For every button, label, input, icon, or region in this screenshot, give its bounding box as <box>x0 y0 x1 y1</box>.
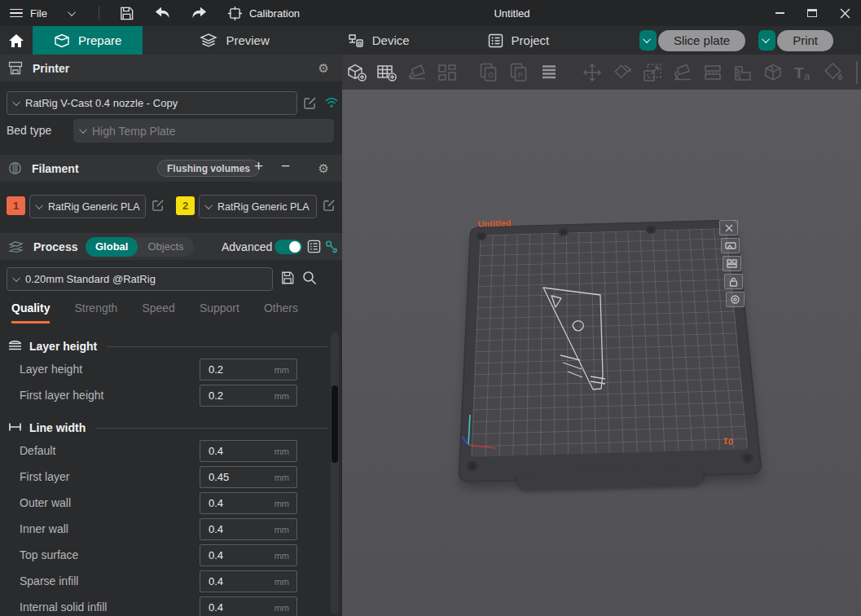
minimize-button[interactable] <box>763 0 796 26</box>
undo-button[interactable] <box>154 6 171 20</box>
tab-label: Project <box>512 33 550 47</box>
param-input[interactable]: 0.4mm <box>200 544 297 566</box>
printer-settings-gear-icon[interactable]: ⚙ <box>318 62 329 74</box>
param-row: Internal solid infill0.4mm <box>0 595 342 616</box>
param-input[interactable]: 0.2mm <box>200 359 297 381</box>
param-row: First layer0.45mm <box>0 464 342 491</box>
lock-plate-icon[interactable] <box>724 274 743 289</box>
plate-screw <box>645 226 656 234</box>
param-input[interactable]: 0.4mm <box>200 492 297 514</box>
filament-settings-gear-icon[interactable]: ⚙ <box>318 162 329 174</box>
group-title: Layer height <box>29 340 97 353</box>
filament-1-combo[interactable]: RatRig Generic PLA <box>29 195 146 218</box>
tab-prepare[interactable]: Prepare <box>33 26 143 55</box>
param-input[interactable]: 0.4mm <box>200 596 297 616</box>
plate-name-label[interactable]: Untitled <box>478 218 512 228</box>
arrange-plate-icon[interactable] <box>723 256 741 271</box>
home-button[interactable] <box>0 26 33 55</box>
param-value: 0.4 <box>209 445 223 457</box>
menu-icon[interactable] <box>10 9 23 18</box>
plate-screw <box>741 453 753 464</box>
tab-project[interactable]: Project <box>467 26 571 55</box>
chevron-down-icon[interactable] <box>68 8 76 16</box>
filament-1-color-swatch[interactable]: 1 <box>7 196 25 215</box>
process-tab-others[interactable]: Others <box>264 301 298 323</box>
svg-text:P: P <box>518 71 523 79</box>
scope-objects[interactable]: Objects <box>138 237 193 257</box>
rotate-icon <box>610 60 635 85</box>
search-icon[interactable] <box>302 271 317 288</box>
param-value: 0.4 <box>209 575 223 587</box>
set-plate-type-icon[interactable] <box>721 238 740 253</box>
calibration-menu[interactable]: Calibration <box>249 7 300 20</box>
preview-icon <box>200 33 217 48</box>
chevron-down-icon <box>12 98 20 106</box>
file-menu[interactable]: File <box>30 7 47 20</box>
group-header: Line width <box>8 420 327 435</box>
advanced-toggle[interactable] <box>275 240 302 254</box>
print-options-button[interactable] <box>758 30 775 51</box>
process-tab-speed[interactable]: Speed <box>142 301 174 323</box>
bed-type-combo[interactable]: High Temp Plate <box>73 119 334 143</box>
cut-icon <box>701 60 725 85</box>
add-object-icon[interactable] <box>345 60 369 85</box>
close-button[interactable] <box>828 0 861 26</box>
svg-text:T: T <box>794 64 804 81</box>
maximize-button[interactable] <box>796 0 828 26</box>
param-input[interactable]: 0.2mm <box>200 385 297 407</box>
slice-options-button[interactable] <box>639 30 657 51</box>
scope-global[interactable]: Global <box>86 237 138 257</box>
param-row: Inner wall0.4mm <box>0 517 342 543</box>
bed-grid <box>471 228 748 457</box>
print-button[interactable]: Print <box>777 30 833 51</box>
tab-device[interactable]: Device <box>327 26 431 55</box>
minimize-icon <box>775 12 784 14</box>
window-controls <box>763 0 861 26</box>
chevron-down-icon <box>79 125 87 134</box>
filament-2-color-swatch[interactable]: 2 <box>176 196 195 215</box>
flushing-volumes-button[interactable]: Flushing volumes <box>157 160 260 177</box>
remove-filament-button[interactable]: − <box>281 157 290 175</box>
process-section-title: Process <box>33 240 77 253</box>
process-tab-strength[interactable]: Strength <box>74 301 117 323</box>
param-label: Outer wall <box>20 496 71 509</box>
edit-printer-icon[interactable] <box>303 95 318 110</box>
calibration-icon[interactable] <box>227 6 243 21</box>
param-unit: mm <box>275 365 289 375</box>
plate-handle-tab <box>516 469 704 490</box>
add-plate-icon[interactable] <box>375 60 399 85</box>
slice-plate-button[interactable]: Slice plate <box>658 30 745 51</box>
plate-settings-icon[interactable] <box>726 292 745 307</box>
process-tab-quality[interactable]: Quality <box>11 301 50 323</box>
process-tab-support[interactable]: Support <box>200 301 239 323</box>
process-preset-combo[interactable]: 0.20mm Standard @RatRig <box>7 267 273 291</box>
objects-settings-icon[interactable] <box>324 240 338 257</box>
param-input[interactable]: 0.45mm <box>200 466 297 488</box>
redo-button[interactable] <box>191 6 208 20</box>
build-plate[interactable] <box>451 204 761 481</box>
filament-section-title: Filament <box>32 162 79 175</box>
param-input[interactable]: 0.4mm <box>200 570 297 592</box>
param-input[interactable]: 0.4mm <box>200 518 297 540</box>
add-filament-button[interactable]: + <box>254 157 263 175</box>
param-group: Line widthDefault0.4mmFirst layer0.45mmO… <box>0 420 342 616</box>
viewport-3d[interactable]: Untitled 01 <box>342 90 861 616</box>
filament-2-combo[interactable]: RatRig Generic PLA <box>199 195 317 218</box>
scrollbar-thumb[interactable] <box>332 385 338 463</box>
save-preset-icon[interactable] <box>280 271 295 288</box>
param-row: Layer height0.2mm <box>0 357 342 383</box>
window-title: Untitled <box>453 7 571 20</box>
save-button[interactable] <box>119 6 134 21</box>
param-input[interactable]: 0.4mm <box>200 440 297 462</box>
edit-filament-1-icon[interactable] <box>152 198 166 213</box>
parameter-table-icon[interactable] <box>307 240 321 257</box>
printer-connection-wifi-icon[interactable] <box>324 96 339 111</box>
auto-orient-icon <box>405 60 429 85</box>
param-value: 0.4 <box>209 497 223 509</box>
settings-scrollbar[interactable] <box>331 332 339 614</box>
tab-preview[interactable]: Preview <box>178 26 290 55</box>
edit-filament-2-icon[interactable] <box>323 198 337 213</box>
printer-preset-combo[interactable]: RatRig V-Cast 0.4 nozzle - Copy <box>7 91 297 115</box>
chevron-down-icon <box>643 35 651 43</box>
delete-plate-icon[interactable] <box>719 220 738 235</box>
